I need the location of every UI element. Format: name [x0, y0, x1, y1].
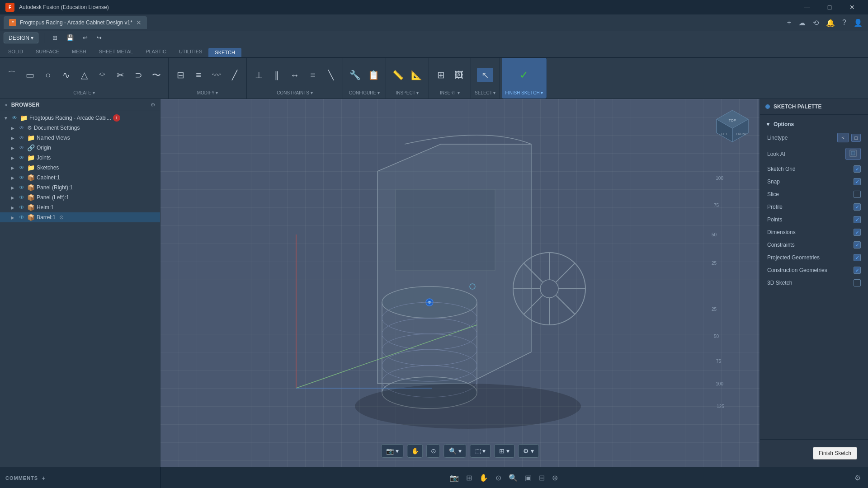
- visibility-named-views[interactable]: 👁: [18, 134, 25, 141]
- visibility-doc-settings[interactable]: 👁: [18, 124, 25, 131]
- toggle-panel-left[interactable]: ▶: [11, 195, 16, 200]
- tab-utilities[interactable]: UTILITIES: [173, 46, 208, 57]
- duplicate-tool[interactable]: ≡: [190, 68, 207, 82]
- equal-tool[interactable]: =: [305, 68, 321, 82]
- spline-tool[interactable]: ∿: [58, 68, 74, 82]
- help-button[interactable]: ?: [840, 17, 848, 29]
- toggle-origin[interactable]: ▶: [11, 145, 16, 150]
- canvas-area[interactable]: 100 75 50 25 25 50 75 100 125: [160, 99, 760, 467]
- toggle-doc-settings[interactable]: ▶: [11, 126, 16, 131]
- toggle-barrel[interactable]: ▶: [11, 215, 16, 220]
- grid-view-button[interactable]: ⊞: [50, 33, 60, 43]
- zoom-tool-button[interactable]: 🔍: [507, 472, 519, 484]
- zoom-fit-button[interactable]: ⊙: [427, 444, 440, 458]
- workspace-menu[interactable]: DESIGN ▾: [4, 33, 38, 43]
- toggle-sketches[interactable]: ▶: [11, 165, 16, 170]
- snap-checkbox[interactable]: [854, 178, 861, 185]
- tab-sketch[interactable]: SKETCH: [208, 48, 241, 57]
- visibility-joints[interactable]: 👁: [18, 154, 25, 161]
- visibility-helm[interactable]: 👁: [18, 204, 25, 211]
- finish-sketch-ribbon-button[interactable]: ✓: [516, 67, 532, 83]
- save-button[interactable]: 💾: [64, 33, 76, 43]
- dimension-tool[interactable]: ↔: [287, 68, 303, 82]
- browser-collapse-icon[interactable]: «: [5, 102, 8, 108]
- tab-sheet-metal[interactable]: SHEET METAL: [93, 46, 139, 57]
- settings-gear-icon[interactable]: ⚙: [853, 472, 863, 484]
- tab-surface[interactable]: SURFACE: [29, 46, 66, 57]
- visibility-origin[interactable]: 👁: [18, 144, 25, 151]
- notifications-button[interactable]: 🔔: [824, 17, 837, 29]
- tree-item-joints[interactable]: ▶ 👁 📁 Joints: [0, 153, 160, 163]
- tab-solid[interactable]: SOLID: [2, 46, 29, 57]
- history-button[interactable]: ⟲: [811, 17, 821, 29]
- line-tool[interactable]: ╱: [226, 68, 243, 82]
- tree-item-cabinet[interactable]: ▶ 👁 📦 Cabinet:1: [0, 173, 160, 183]
- grid-settings-button[interactable]: ⊞ ▾: [494, 444, 514, 458]
- wave-tool[interactable]: 〰: [208, 68, 225, 82]
- camera-orient-button[interactable]: 📷: [448, 472, 461, 484]
- tree-item-origin[interactable]: ▶ 👁 🔗 Origin: [0, 143, 160, 153]
- snap-settings-button[interactable]: ⊕: [550, 472, 560, 484]
- 3d-sketch-checkbox[interactable]: [854, 279, 861, 286]
- toggle-panel-right[interactable]: ▶: [11, 185, 16, 190]
- comments-add-icon[interactable]: +: [42, 474, 45, 482]
- tree-item-barrel[interactable]: ▶ 👁 📦 Barrel:1 ⊙: [0, 212, 160, 222]
- grid-snap-button[interactable]: ⊞: [464, 472, 474, 484]
- tree-item-doc-settings[interactable]: ▶ 👁 ⚙ Document Settings: [0, 123, 160, 133]
- comments-section[interactable]: COMMENTS +: [0, 467, 160, 488]
- construction-geometries-checkbox[interactable]: [854, 267, 861, 274]
- toggle-cabinet[interactable]: ▶: [11, 175, 16, 180]
- browser-settings-icon[interactable]: ⚙: [151, 102, 156, 108]
- visibility-barrel[interactable]: 👁: [18, 214, 25, 221]
- fit-view-button[interactable]: ⊙: [494, 472, 503, 484]
- minimize-button[interactable]: —: [797, 0, 817, 14]
- tab-plastic[interactable]: PLASTIC: [139, 46, 173, 57]
- profile-button[interactable]: 👤: [852, 17, 864, 29]
- configure-tool-1[interactable]: 🔧: [347, 68, 363, 82]
- profile-checkbox[interactable]: [854, 203, 861, 211]
- tree-item-root[interactable]: ▼ 👁 📁 Frogtopus Racing - Arcade Cabi... …: [0, 113, 160, 123]
- select-tool-1[interactable]: ↖: [477, 68, 493, 82]
- tab-close-button[interactable]: ✕: [136, 19, 142, 26]
- linetype-btn-1[interactable]: ＜: [837, 133, 849, 142]
- options-section-header[interactable]: ▼ Options: [760, 118, 868, 130]
- arc-tool[interactable]: ⌒: [4, 67, 20, 83]
- inspect-tool-1[interactable]: 📏: [390, 68, 406, 82]
- maximize-button[interactable]: □: [819, 0, 840, 14]
- toggle-joints[interactable]: ▶: [11, 155, 16, 160]
- configure-tool-2[interactable]: 📋: [365, 68, 382, 82]
- inspect-tool-2[interactable]: 📐: [408, 68, 425, 82]
- tree-item-panel-left[interactable]: ▶ 👁 📦 Panel (Left):1: [0, 192, 160, 202]
- mirror-tool[interactable]: ⊟: [172, 68, 189, 82]
- visual-style-button[interactable]: ▣: [523, 472, 533, 484]
- look-at-button[interactable]: [845, 148, 861, 160]
- trim-tool[interactable]: ✂: [112, 68, 128, 82]
- tree-item-named-views[interactable]: ▶ 👁 📁 Named Views: [0, 133, 160, 143]
- visibility-root[interactable]: 👁: [11, 114, 18, 122]
- insert-tool-1[interactable]: ⊞: [433, 68, 449, 82]
- c-tool[interactable]: ⊃: [130, 68, 146, 82]
- constraint-tool-1[interactable]: ⊥: [250, 68, 267, 82]
- visibility-cabinet[interactable]: 👁: [18, 174, 25, 181]
- visibility-panel-right[interactable]: 👁: [18, 184, 25, 191]
- fitpoint-tool[interactable]: 〜: [148, 67, 165, 83]
- fillet-tool[interactable]: ⌔: [94, 68, 110, 82]
- toggle-root[interactable]: ▼: [4, 116, 9, 121]
- finish-sketch-button[interactable]: Finish Sketch: [813, 447, 857, 460]
- pan-tool-button[interactable]: ✋: [477, 472, 490, 484]
- dimensions-checkbox[interactable]: [854, 229, 861, 236]
- constraint-tool-2[interactable]: ∥: [269, 68, 285, 82]
- visibility-panel-left[interactable]: 👁: [18, 194, 25, 201]
- points-checkbox[interactable]: [854, 216, 861, 223]
- redo-button[interactable]: ↪: [94, 33, 104, 43]
- display-mode-button[interactable]: ⬚ ▾: [470, 444, 491, 458]
- rect-tool[interactable]: ▭: [22, 68, 38, 82]
- projected-geometries-checkbox[interactable]: [854, 254, 861, 261]
- tab-mesh[interactable]: MESH: [66, 46, 93, 57]
- tree-item-helm[interactable]: ▶ 👁 📦 Helm:1: [0, 202, 160, 212]
- cloud-button[interactable]: ☁: [797, 17, 807, 29]
- tree-item-sketches[interactable]: ▶ 👁 📁 Sketches: [0, 163, 160, 173]
- pan-button[interactable]: ✋: [407, 444, 423, 458]
- undo-button[interactable]: ↩: [80, 33, 90, 43]
- polygon-tool[interactable]: △: [76, 68, 92, 82]
